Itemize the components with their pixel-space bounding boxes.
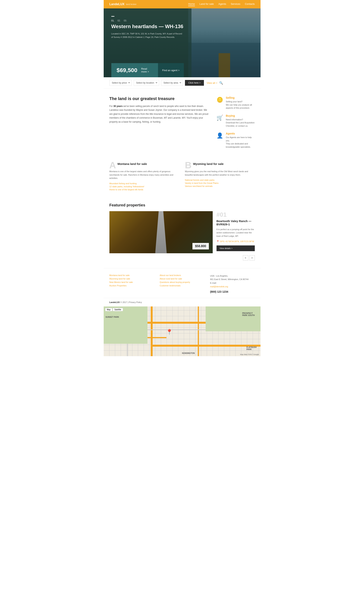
land-montana-link-2[interactable]: 12 state parks, including Yellowstone!: [109, 185, 179, 188]
main-content: The land is our greatest treasure For 30…: [104, 89, 260, 161]
about-body-text: we've been selling parcels of ranch land…: [109, 105, 208, 123]
map-pin: 📍: [166, 329, 173, 335]
map-btn-map[interactable]: Map: [105, 308, 112, 311]
view-all-link[interactable]: View all >: [207, 81, 217, 84]
brand-name: LandeLUX: [109, 2, 125, 6]
nav-contacts[interactable]: Contacts: [245, 2, 255, 6]
featured-number: #01: [217, 211, 255, 218]
featured-title: Featured properties: [109, 203, 255, 207]
hero-find-agent[interactable]: Find an agent >: [158, 63, 184, 77]
cart-icon: 🛒: [217, 115, 223, 121]
sidebar-buying-body: Download the Land Acquisition Checklist,…: [226, 121, 255, 127]
featured-prev-button[interactable]: <: [243, 255, 248, 261]
about-title: The land is our greatest treasure: [109, 96, 209, 101]
featured-image-road: [155, 211, 167, 253]
footer-link-wyoming[interactable]: Wyoming land for sale: [109, 277, 154, 280]
map-controls: Map Satellite: [105, 308, 123, 311]
sidebar-selling-text: Selling Selling your land? We can help y…: [226, 96, 255, 110]
footer-phone: (800) 123 1234: [210, 290, 255, 294]
hero-slide-2[interactable]: 02.: [117, 19, 121, 22]
map-label-sunset: SUNSET PARK: [105, 316, 119, 318]
about-body: For 30 years we've been selling parcels …: [109, 104, 209, 124]
featured-navigation: < >: [109, 255, 255, 261]
land-wyoming-link-1[interactable]: National forests and state parks: [185, 179, 255, 181]
filter-bar: Select by price Select by location Selec…: [104, 77, 260, 89]
map-btn-satellite[interactable]: Satellite: [113, 308, 123, 311]
view-details-button[interactable]: View details >: [217, 245, 255, 251]
location-filter[interactable]: Select by location: [134, 80, 159, 86]
footer-copy: © 2017 | Privacy Policy: [120, 301, 142, 303]
land-sections: A Montana land for sale Montana is one o…: [104, 161, 260, 199]
map-road-v2: [198, 306, 199, 356]
featured-info: #01 Beartooth Valey Ranch — BVR929-1 It …: [217, 211, 255, 253]
footer-brand: LandeLUX: [109, 301, 120, 303]
brand-tagline: land broker: [126, 3, 137, 5]
footer-link-about-rural[interactable]: About rural land for sale: [160, 277, 204, 280]
coords-text: GPS: 41°58'34.09"N, 105°5'23.38"W: [220, 240, 254, 243]
nav-home[interactable]: Home: [188, 2, 195, 6]
footer-link-newmexico[interactable]: New Mexico land for sale: [109, 281, 154, 283]
map-road-v1: [151, 306, 153, 356]
map-label-kensington: KENSINGTON: [182, 352, 195, 354]
hero-price: $69,500: [117, 67, 137, 73]
map-park-2: [206, 306, 260, 331]
click-here-button[interactable]: Click here >: [185, 80, 204, 86]
footer-address: USA · Los Angeles, 901 East E Street, Wi…: [210, 274, 255, 294]
sidebar-agents-text: Agents Our Agents are here to help you. …: [226, 132, 255, 148]
sidebar-agents: 👤 Agents Our Agents are here to help you…: [217, 132, 255, 148]
featured-price-tag: $58.800: [193, 243, 209, 249]
map-section: SUNSET PARK PROSPECTPARK SOUTH FLATBUSHP…: [104, 306, 260, 356]
sidebar-agents-subtitle: Our Agents are here to help you.: [226, 136, 255, 142]
land-montana-link-1[interactable]: Abundant fishing and hunting: [109, 182, 179, 184]
sidebar-selling-title: Selling: [226, 96, 255, 99]
land-letter-a: A: [109, 161, 116, 170]
land-section-wyoming: B Wyoming land for sale Wyoming gives yo…: [185, 161, 255, 192]
agent-icon: 👤: [217, 132, 223, 139]
sidebar-buying-text: Buying Need information? Download the La…: [226, 114, 255, 128]
land-wyoming-links: National forests and state parks Variety…: [185, 179, 255, 187]
footer-col-1: Montana land for sale Wyoming land for s…: [109, 274, 154, 294]
sidebar: 🪙 Selling Selling your land? We can help…: [217, 96, 255, 153]
sidebar-selling: 🪙 Selling Selling your land? We can help…: [217, 96, 255, 110]
sidebar-buying: 🛒 Buying Need information? Download the …: [217, 114, 255, 128]
email-label: E-mail:: [210, 282, 217, 284]
footer-country: USA · Los Angeles,: [210, 274, 255, 278]
footer-link-questions[interactable]: Questions about buying property: [160, 281, 204, 283]
featured-image-block: $58.800: [109, 211, 213, 253]
nav-land-for-sale[interactable]: Land for sale: [199, 2, 214, 6]
land-montana-link-3[interactable]: Home to one of the largest elk herds: [109, 188, 179, 191]
hero-content: 01. 02. 03. Western heartlands — WH-136 …: [104, 8, 192, 77]
footer-link-montana[interactable]: Montana land for sale: [109, 274, 154, 276]
featured-next-button[interactable]: >: [249, 255, 255, 261]
land-wyoming-title: Wyoming land for sale: [185, 161, 255, 166]
footer-link-auction[interactable]: Auction Properties: [109, 285, 154, 287]
search-icon[interactable]: 🔍: [219, 81, 223, 85]
footer-link-about-brokers[interactable]: About our land brokers: [160, 274, 204, 276]
navbar: LandeLUX land broker Home Land for sale …: [104, 0, 260, 8]
featured-description: It is perfect as a jumping-off point for…: [217, 228, 255, 238]
hero-description: Located in SEC 24, TWP 58 N, 101 W, in P…: [111, 32, 184, 39]
footer-link-testimonials[interactable]: Customer testimonials: [160, 285, 204, 287]
hero-title: Western heartlands — WH-136: [111, 24, 184, 29]
nav-agents[interactable]: Agents: [219, 2, 226, 6]
hero-section: 01. 02. 03. Western heartlands — WH-136 …: [104, 8, 260, 77]
map-attribution: Map data ©2017 Google: [240, 353, 259, 355]
nav-services[interactable]: Services: [231, 2, 240, 6]
footer-email-link[interactable]: mail@demolink.org: [210, 285, 255, 288]
land-wyoming-link-3[interactable]: Various ranchland for animals: [185, 185, 255, 187]
land-montana-title: Montana land for sale: [109, 161, 179, 166]
land-wyoming-link-2[interactable]: Variety in land from the Great Plains: [185, 182, 255, 184]
map-park-1: [104, 306, 148, 344]
land-montana-links: Abundant fishing and hunting 12 state pa…: [109, 182, 179, 191]
bottom-footer: LandeLUX © 2017 | Privacy Policy: [104, 298, 260, 306]
hero-readmore-link[interactable]: Read more >: [141, 67, 153, 73]
hero-slide-3[interactable]: 03.: [124, 19, 127, 22]
about-section: The land is our greatest treasure For 30…: [109, 96, 209, 153]
footer-col-2: About our land brokers About rural land …: [160, 274, 204, 294]
price-filter[interactable]: Select by price: [109, 80, 132, 86]
hero-slide-1[interactable]: 01.: [111, 19, 115, 22]
map-label-flatbush: FLATBUSHPARK: [246, 346, 257, 351]
area-filter[interactable]: Select by area: [161, 80, 183, 86]
featured-grid: $58.800 #01 Beartooth Valey Ranch — BVR9…: [109, 211, 255, 253]
sidebar-agents-title: Agents: [226, 132, 255, 135]
